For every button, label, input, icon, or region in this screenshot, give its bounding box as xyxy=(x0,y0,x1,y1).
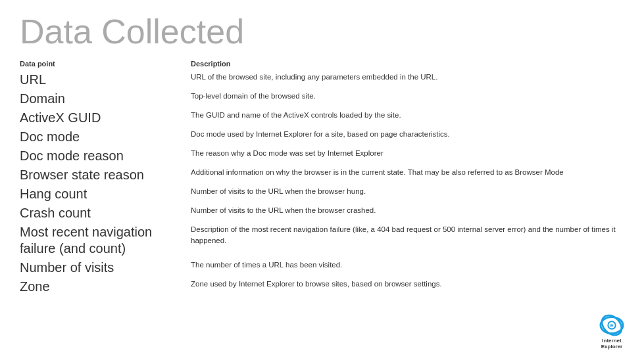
data-point-cell: Crash count xyxy=(20,204,191,223)
description-cell: Number of visits to the URL when the bro… xyxy=(191,204,624,223)
description-cell: The GUID and name of the ActiveX control… xyxy=(191,108,624,127)
svg-text:e: e xyxy=(610,322,614,328)
data-point-cell: Number of visits xyxy=(20,258,191,277)
table-row: DomainTop-level domain of the browsed si… xyxy=(20,89,624,108)
description-cell: URL of the browsed site, including any p… xyxy=(191,70,624,89)
table-row: Most recent navigation failure (and coun… xyxy=(20,223,624,258)
ie-logo: e InternetExplorer xyxy=(599,313,624,350)
data-point-cell: Doc mode xyxy=(20,127,191,147)
description-cell: Number of visits to the URL when the bro… xyxy=(191,185,624,204)
page-title: Data Collected xyxy=(20,13,624,51)
data-point-cell: Browser state reason xyxy=(20,166,191,185)
data-point-cell: Doc mode reason xyxy=(20,147,191,166)
description-cell: Doc mode used by Internet Explorer for a… xyxy=(191,127,624,147)
data-point-cell: Domain xyxy=(20,89,191,108)
table-row: URLURL of the browsed site, including an… xyxy=(20,70,624,89)
col-header-description: Description xyxy=(191,57,624,70)
ie-icon: e xyxy=(599,313,624,338)
table-header-row: Data point Description xyxy=(20,57,624,70)
data-table: Data point Description URLURL of the bro… xyxy=(20,57,624,296)
description-cell: Top-level domain of the browsed site. xyxy=(191,89,624,108)
description-cell: The reason why a Doc mode was set by Int… xyxy=(191,147,624,166)
description-cell: Zone used by Internet Explorer to browse… xyxy=(191,277,624,296)
table-row: Crash countNumber of visits to the URL w… xyxy=(20,204,624,223)
table-row: Browser state reasonAdditional informati… xyxy=(20,166,624,185)
table-container: Data point Description URLURL of the bro… xyxy=(20,57,624,296)
data-point-cell: Zone xyxy=(20,277,191,296)
description-cell: The number of times a URL has been visit… xyxy=(191,258,624,277)
data-point-cell: Most recent navigation failure (and coun… xyxy=(20,223,191,258)
page-container: Data Collected Data point Description UR… xyxy=(0,0,644,362)
description-cell: Description of the most recent navigatio… xyxy=(191,223,624,258)
table-row: ZoneZone used by Internet Explorer to br… xyxy=(20,277,624,296)
ie-logo-text: InternetExplorer xyxy=(601,338,622,350)
table-row: Doc modeDoc mode used by Internet Explor… xyxy=(20,127,624,147)
data-point-cell: URL xyxy=(20,70,191,89)
table-row: Number of visitsThe number of times a UR… xyxy=(20,258,624,277)
col-header-data-point: Data point xyxy=(20,57,191,70)
table-row: Hang countNumber of visits to the URL wh… xyxy=(20,185,624,204)
description-cell: Additional information on why the browse… xyxy=(191,166,624,185)
table-row: Doc mode reasonThe reason why a Doc mode… xyxy=(20,147,624,166)
data-point-cell: ActiveX GUID xyxy=(20,108,191,127)
data-point-cell: Hang count xyxy=(20,185,191,204)
table-row: ActiveX GUIDThe GUID and name of the Act… xyxy=(20,108,624,127)
